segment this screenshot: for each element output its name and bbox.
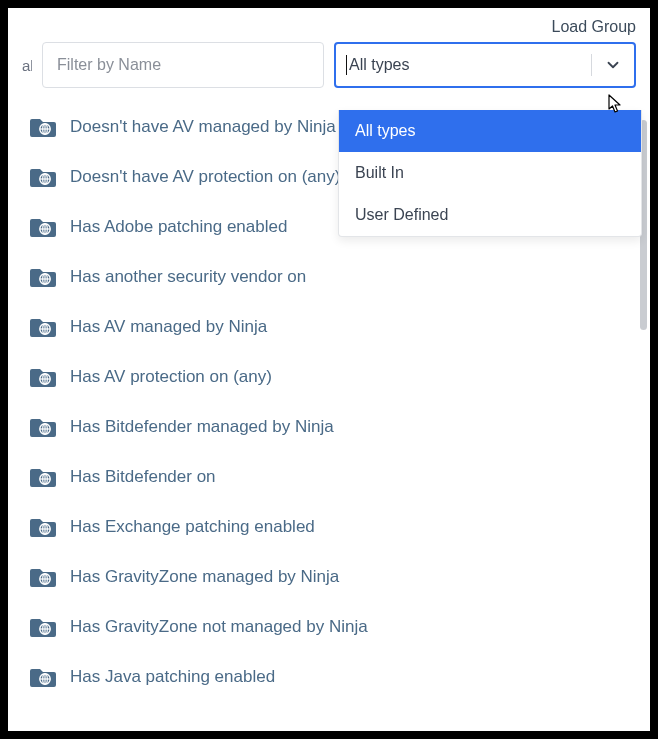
group-label: Has GravityZone not managed by Ninja xyxy=(70,617,368,637)
group-label: Has Bitdefender managed by Ninja xyxy=(70,417,334,437)
group-row[interactable]: Has Bitdefender managed by Ninja xyxy=(30,402,636,452)
folder-globe-icon xyxy=(30,116,56,138)
cutoff-text: al xyxy=(22,57,32,74)
group-label: Has AV protection on (any) xyxy=(70,367,272,387)
folder-globe-icon xyxy=(30,516,56,538)
type-select-label: All types xyxy=(349,56,409,74)
group-row[interactable]: Has Java patching enabled xyxy=(30,652,636,702)
filter-by-name-input[interactable] xyxy=(42,42,324,88)
group-label: Has Exchange patching enabled xyxy=(70,517,315,537)
load-group-link[interactable]: Load Group xyxy=(551,18,636,35)
group-row[interactable]: Has GravityZone managed by Ninja xyxy=(30,552,636,602)
group-row[interactable]: Has GravityZone not managed by Ninja xyxy=(30,602,636,652)
group-label: Doesn't have AV protection on (any) xyxy=(70,167,340,187)
folder-globe-icon xyxy=(30,566,56,588)
type-option[interactable]: All types xyxy=(339,110,641,152)
folder-globe-icon xyxy=(30,366,56,388)
folder-globe-icon xyxy=(30,266,56,288)
group-row[interactable]: Has another security vendor on xyxy=(30,252,636,302)
group-label: Has GravityZone managed by Ninja xyxy=(70,567,339,587)
type-select[interactable]: All types xyxy=(334,42,636,88)
folder-globe-icon xyxy=(30,416,56,438)
text-cursor xyxy=(346,55,347,75)
group-label: Has Bitdefender on xyxy=(70,467,216,487)
select-separator xyxy=(591,54,592,76)
filter-bar: al All types xyxy=(8,42,650,98)
group-label: Has another security vendor on xyxy=(70,267,306,287)
group-label: Doesn't have AV managed by Ninja xyxy=(70,117,336,137)
folder-globe-icon xyxy=(30,466,56,488)
type-dropdown[interactable]: All typesBuilt InUser Defined xyxy=(338,110,642,237)
group-row[interactable]: Has AV protection on (any) xyxy=(30,352,636,402)
type-select-value: All types xyxy=(346,55,409,75)
folder-globe-icon xyxy=(30,666,56,688)
type-option[interactable]: Built In xyxy=(339,152,641,194)
chevron-down-icon xyxy=(604,56,622,74)
group-row[interactable]: Has Bitdefender on xyxy=(30,452,636,502)
folder-globe-icon xyxy=(30,166,56,188)
type-option[interactable]: User Defined xyxy=(339,194,641,236)
folder-globe-icon xyxy=(30,616,56,638)
group-row[interactable]: Has AV managed by Ninja xyxy=(30,302,636,352)
group-label: Has Java patching enabled xyxy=(70,667,275,687)
group-label: Has Adobe patching enabled xyxy=(70,217,287,237)
group-row[interactable]: Has Exchange patching enabled xyxy=(30,502,636,552)
group-label: Has AV managed by Ninja xyxy=(70,317,267,337)
folder-globe-icon xyxy=(30,216,56,238)
folder-globe-icon xyxy=(30,316,56,338)
